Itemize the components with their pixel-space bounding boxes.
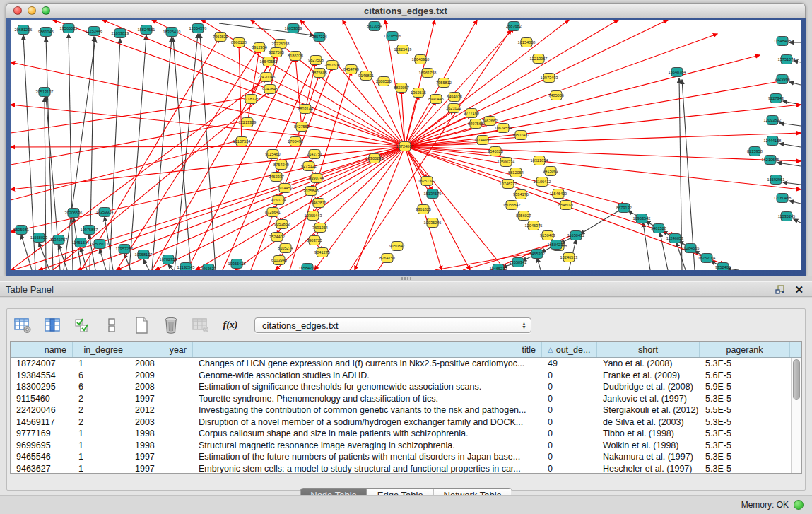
graph-node[interactable]: 9461528 xyxy=(651,224,666,233)
graph-edge[interactable] xyxy=(69,34,73,270)
graph-node[interactable]: 9150463 xyxy=(540,231,555,240)
graph-node[interactable]: 8754249 xyxy=(273,160,289,170)
graph-node[interactable]: 7955812 xyxy=(436,78,452,88)
graph-edge[interactable] xyxy=(11,78,266,270)
graph-node[interactable]: 8505081 xyxy=(13,226,29,235)
graph-node[interactable]: 12506224 xyxy=(498,158,515,167)
graph-edge[interactable] xyxy=(239,44,242,143)
graph-node[interactable]: 10107524 xyxy=(233,137,251,146)
table-row[interactable]: 977716911998Corpus callosum shape and si… xyxy=(11,428,801,440)
table-row[interactable]: 969969511998Structural magnetic resonanc… xyxy=(11,440,801,452)
network-canvas[interactable]: 7963822896012889129542322605898275058186… xyxy=(11,20,801,270)
graph-edge[interactable] xyxy=(11,105,405,146)
graph-edge[interactable] xyxy=(90,37,94,270)
table-row[interactable]: 946554611997Estimation of the future num… xyxy=(11,451,801,463)
graph-node[interactable]: 2588520 xyxy=(376,77,392,86)
graph-node[interactable]: 9329966 xyxy=(775,75,790,84)
graph-node[interactable]: 1362615 xyxy=(411,88,426,98)
graph-node[interactable]: 8427552 xyxy=(294,122,310,132)
graph-node[interactable]: 9053853 xyxy=(274,220,290,229)
graph-node[interactable]: 20206536 xyxy=(65,209,83,218)
graph-edge[interactable] xyxy=(405,133,801,146)
graph-node[interactable]: 7524402 xyxy=(269,233,285,242)
graph-node[interactable]: 10365428 xyxy=(228,259,246,269)
graph-node[interactable]: 16648784 xyxy=(669,68,686,77)
graph-node[interactable]: 9463627 xyxy=(201,264,216,271)
graph-node[interactable]: 7462662 xyxy=(482,117,498,126)
graph-edge[interactable] xyxy=(168,264,173,270)
graph-edge[interactable] xyxy=(783,182,801,185)
graph-node[interactable]: 15134579 xyxy=(424,189,442,199)
graph-node[interactable]: 9462337 xyxy=(269,173,284,182)
graph-edge[interactable] xyxy=(783,101,801,105)
graph-node[interactable]: 9777169 xyxy=(464,109,479,118)
graph-node[interactable]: 15824561 xyxy=(138,25,155,35)
graph-node[interactable]: 12046375 xyxy=(525,221,543,230)
graph-node[interactable]: 12054376 xyxy=(189,24,207,33)
graph-node[interactable]: 9115460 xyxy=(265,150,280,159)
graph-edge[interactable] xyxy=(405,80,788,146)
column-header-short[interactable]: short xyxy=(597,342,700,357)
graph-node[interactable]: 2142751 xyxy=(307,150,322,159)
graph-node[interactable]: 8813054 xyxy=(367,22,382,31)
table-row[interactable]: 1830029562008Estimation of significance … xyxy=(11,381,801,393)
graph-node[interactable]: 11546409 xyxy=(550,189,567,199)
graph-node[interactable]: 8912954 xyxy=(252,43,267,52)
graph-node[interactable]: 16584203 xyxy=(299,264,317,271)
graph-edge[interactable] xyxy=(401,90,405,146)
graph-node[interactable]: 11548408 xyxy=(774,37,791,46)
graph-node[interactable]: 10465213 xyxy=(490,264,507,271)
graph-node[interactable]: 12213967 xyxy=(530,54,548,64)
graph-node[interactable]: 15056842 xyxy=(503,201,521,210)
graph-node[interactable]: 8812054 xyxy=(508,168,524,177)
graph-edge[interactable] xyxy=(405,146,801,161)
graph-node[interactable]: 8356027 xyxy=(516,211,531,221)
graph-node[interactable]: 12192345 xyxy=(177,263,195,271)
graph-edge[interactable] xyxy=(110,39,120,270)
graph-node[interactable]: 9352460 xyxy=(715,263,731,271)
graph-node[interactable]: 15751074 xyxy=(778,55,796,64)
graph-node[interactable]: 2867608 xyxy=(324,61,340,70)
graph-edge[interactable] xyxy=(405,20,569,146)
graph-node[interactable]: 8679132 xyxy=(616,204,632,213)
float-panel-icon[interactable] xyxy=(775,285,785,294)
graph-node[interactable]: 8960128 xyxy=(231,38,247,47)
graph-node[interactable]: 5875685 xyxy=(312,69,327,78)
table-row[interactable]: 1872400712008Changes of HCN gene express… xyxy=(11,358,801,370)
graph-node[interactable]: 9150724 xyxy=(271,196,286,205)
table-row[interactable]: 1938455462009Genome-wide association stu… xyxy=(11,370,801,382)
graph-edge[interactable] xyxy=(143,259,149,270)
table-settings-icon[interactable] xyxy=(13,316,33,334)
graph-node[interactable]: 18325410 xyxy=(163,28,181,37)
graph-edge[interactable] xyxy=(200,34,216,270)
panel-divider[interactable] xyxy=(0,276,812,281)
graph-node[interactable]: 8264150 xyxy=(379,254,395,263)
graph-node[interactable]: 10355443 xyxy=(305,211,322,221)
graph-node[interactable]: 6494028 xyxy=(447,93,462,102)
graph-node[interactable]: 8728641 xyxy=(265,208,281,217)
graph-edge[interactable] xyxy=(643,223,650,270)
graph-node[interactable]: 12444158 xyxy=(764,136,782,146)
graph-node[interactable]: 11451514 xyxy=(72,238,89,247)
graph-node[interactable]: 9861045 xyxy=(38,28,54,37)
graph-node[interactable]: 10284665 xyxy=(682,244,700,253)
graph-node[interactable]: 8215958 xyxy=(747,147,763,156)
graph-node[interactable]: 2803144 xyxy=(298,105,313,114)
graph-node[interactable]: 3857224 xyxy=(312,33,327,42)
graph-node[interactable]: 11568023 xyxy=(30,233,47,243)
graph-edge[interactable] xyxy=(777,163,801,166)
graph-node[interactable]: 7914452 xyxy=(277,184,293,193)
graph-node[interactable]: 9534176 xyxy=(513,190,529,199)
table-selector-dropdown[interactable]: citations_edges.txt ▲▼ xyxy=(254,317,531,333)
graph-edge[interactable] xyxy=(580,209,621,234)
graph-edge[interactable] xyxy=(789,82,801,85)
graph-node[interactable]: 11342757 xyxy=(50,235,67,245)
column-header-pagerank[interactable]: pagerank xyxy=(700,342,790,357)
graph-node[interactable]: 1621022 xyxy=(446,104,461,113)
graph-edge[interactable] xyxy=(152,20,405,146)
graph-node[interactable]: 6103945 xyxy=(271,256,287,265)
table-row[interactable]: 2242004622012Investigating the contribut… xyxy=(11,404,801,416)
graph-node[interactable]: 8186328 xyxy=(288,52,303,61)
graph-node[interactable]: 8822057 xyxy=(394,83,409,93)
panel-resize-handle[interactable] xyxy=(401,277,411,280)
